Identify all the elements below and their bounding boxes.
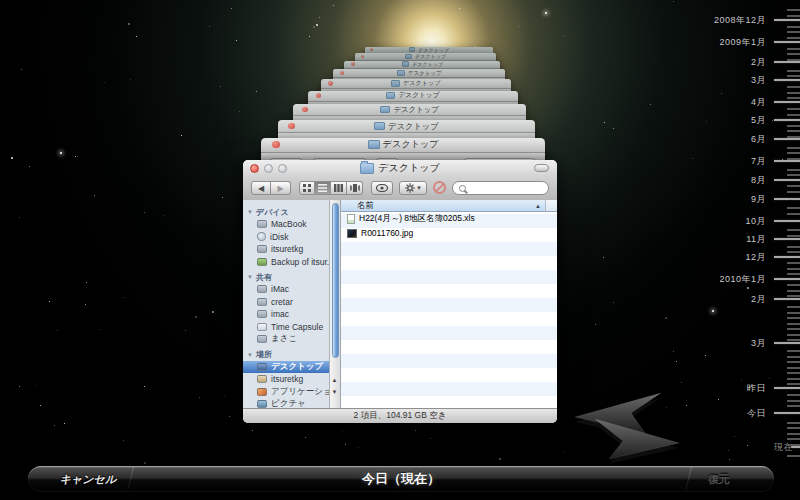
sidebar-item[interactable]: iDisk xyxy=(243,231,329,244)
timeline-label[interactable]: 9月 xyxy=(751,193,766,206)
quick-look-button[interactable] xyxy=(371,181,393,195)
timeline-tick-minor[interactable] xyxy=(787,378,800,380)
timeline-tick-minor[interactable] xyxy=(787,284,800,286)
timeline-label[interactable]: 12月 xyxy=(745,251,766,264)
timeline-tick-minor[interactable] xyxy=(787,405,800,407)
timeline-tick-minor[interactable] xyxy=(787,312,800,314)
column-view-button[interactable] xyxy=(331,181,347,195)
disclosure-triangle-icon[interactable]: ▼ xyxy=(247,352,253,358)
timeline-tick-minor[interactable] xyxy=(787,427,800,429)
timeline-label[interactable]: 8月 xyxy=(751,174,766,187)
finder-window[interactable]: デスクトップ ◀ ▶ xyxy=(243,160,557,423)
action-menu-button[interactable]: ▾ xyxy=(399,181,427,195)
timeline-tick-minor[interactable] xyxy=(787,394,800,396)
timeline-tick-minor[interactable] xyxy=(787,251,800,253)
timeline-tick-major[interactable] xyxy=(774,138,800,140)
timeline-tick-minor[interactable] xyxy=(787,48,800,50)
timeline-label[interactable]: 11月 xyxy=(746,233,766,246)
scroll-up-arrow[interactable]: ▲ xyxy=(329,375,340,386)
timeline-tick-minor[interactable] xyxy=(787,367,800,369)
timeline-tick-minor[interactable] xyxy=(787,444,800,446)
timeline-tick-major[interactable] xyxy=(774,79,800,81)
timeline-tick-minor[interactable] xyxy=(787,130,800,132)
restore-button[interactable]: 復元 xyxy=(682,466,756,492)
sidebar-item[interactable]: itsuretkg xyxy=(243,243,329,256)
timeline-tick-major[interactable] xyxy=(774,61,800,63)
sidebar-item[interactable]: imac xyxy=(243,308,329,321)
timeline-tick-major[interactable] xyxy=(774,387,800,389)
timeline-tick-major[interactable] xyxy=(774,298,800,300)
timeline-label[interactable]: 2月 xyxy=(751,293,766,306)
timeline-label[interactable]: 今日 xyxy=(747,407,766,420)
timeline-label[interactable]: 2008年12月 xyxy=(714,14,766,27)
timeline-tick-minor[interactable] xyxy=(787,438,800,440)
sidebar-item[interactable]: itsuretkg xyxy=(243,373,329,386)
list-view-button[interactable] xyxy=(315,181,331,195)
sidebar-item[interactable]: iMac xyxy=(243,283,329,296)
timeline-tick-minor[interactable] xyxy=(787,158,800,160)
timeline-tick-major[interactable] xyxy=(774,198,800,200)
sidebar-section-header[interactable]: ▼場所 xyxy=(243,349,329,361)
sidebar-item[interactable]: アプリケーション xyxy=(243,386,329,399)
timeline-tick-major[interactable] xyxy=(774,412,800,414)
sidebar-item[interactable]: Time Capsule xyxy=(243,321,329,334)
timeline-tick-minor[interactable] xyxy=(787,400,800,402)
timeline-tick-minor[interactable] xyxy=(787,207,800,209)
timeline-tick-minor[interactable] xyxy=(787,136,800,138)
sidebar-item[interactable]: cretar xyxy=(243,296,329,309)
sidebar-item[interactable]: デスクトップ xyxy=(243,361,329,374)
sidebar-section-header[interactable]: ▼デバイス xyxy=(243,206,329,218)
timeline-tick-minor[interactable] xyxy=(787,317,800,319)
forward-button[interactable]: ▶ xyxy=(271,181,291,195)
sidebar-item[interactable]: ピクチャ xyxy=(243,398,329,408)
timeline-tick-minor[interactable] xyxy=(787,334,800,336)
timeline-tick-minor[interactable] xyxy=(787,323,800,325)
file-row[interactable]: R0011760.jpg xyxy=(341,226,557,240)
file-row[interactable]: H22(4月～) 8地区名簿0205.xls xyxy=(341,212,557,226)
timeline-tick-minor[interactable] xyxy=(787,26,800,28)
timeline-tick-minor[interactable] xyxy=(787,75,800,77)
timeline-tick-minor[interactable] xyxy=(787,169,800,171)
timeline-tick-minor[interactable] xyxy=(787,152,800,154)
disclosure-triangle-icon[interactable]: ▼ xyxy=(247,274,253,280)
cancel-button[interactable]: キャンセル xyxy=(38,466,138,492)
timeline-tick-major[interactable] xyxy=(774,41,800,43)
timeline-label[interactable]: 2010年1月 xyxy=(719,273,766,286)
timeline-label[interactable]: 7月 xyxy=(751,155,766,168)
timeline-tick-minor[interactable] xyxy=(787,108,800,110)
timeline-tick-minor[interactable] xyxy=(787,59,800,61)
timeline-tick-major[interactable] xyxy=(774,278,800,280)
timeline-tick-minor[interactable] xyxy=(787,114,800,116)
sidebar-scrollbar[interactable]: ▲ ▼ xyxy=(329,200,340,408)
timeline-tick-minor[interactable] xyxy=(787,246,800,248)
timeline-tick-minor[interactable] xyxy=(787,31,800,33)
minimize-button[interactable] xyxy=(264,164,273,173)
timeline-label[interactable]: 2月 xyxy=(751,56,766,69)
icon-view-button[interactable] xyxy=(299,181,315,195)
sidebar-section-header[interactable]: ▼共有 xyxy=(243,271,329,283)
sidebar-item[interactable]: Backup of itsur.. xyxy=(243,256,329,269)
timeline-tick-minor[interactable] xyxy=(787,70,800,72)
timeline-tick-minor[interactable] xyxy=(787,273,800,275)
timeline-tick-minor[interactable] xyxy=(787,92,800,94)
timeline-tick-minor[interactable] xyxy=(787,356,800,358)
scroll-down-arrow[interactable]: ▼ xyxy=(329,387,340,398)
timeline-tick-major[interactable] xyxy=(774,119,800,121)
timeline-tick-minor[interactable] xyxy=(787,147,800,149)
timeline-tick-minor[interactable] xyxy=(787,191,800,193)
timeline-tick-minor[interactable] xyxy=(787,455,800,457)
timeline-label[interactable]: 5月 xyxy=(751,114,766,127)
timeline-tick-minor[interactable] xyxy=(787,185,800,187)
timeline-tick-minor[interactable] xyxy=(787,383,800,385)
timeline-tick-minor[interactable] xyxy=(787,328,800,330)
timeline-tick-minor[interactable] xyxy=(787,86,800,88)
timeline-tick-minor[interactable] xyxy=(787,262,800,264)
timeline-tick-major[interactable] xyxy=(774,220,800,222)
timeline-label[interactable]: 6月 xyxy=(751,133,766,146)
timeline-tick-minor[interactable] xyxy=(787,15,800,17)
timeline-tick-major[interactable] xyxy=(774,160,800,162)
timeline-tick-minor[interactable] xyxy=(787,229,800,231)
timeline-tick-minor[interactable] xyxy=(787,9,800,11)
timeline-tick-minor[interactable] xyxy=(787,268,800,270)
timeline-tick-minor[interactable] xyxy=(787,433,800,435)
